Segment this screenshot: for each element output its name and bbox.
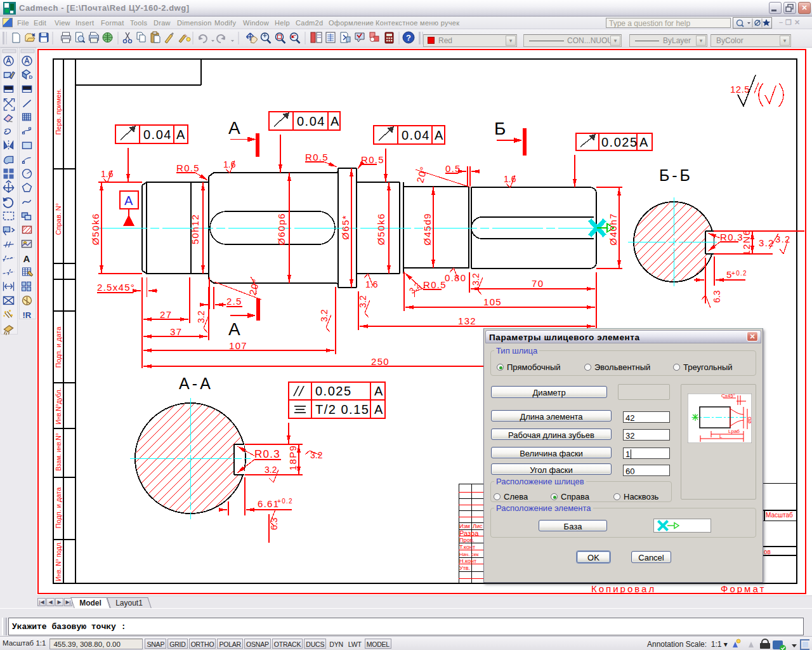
svg-text:1.6: 1.6 [504,174,516,184]
svg-text:Формат: Формат [721,583,766,594]
svg-text:3.2: 3.2 [407,281,422,295]
svg-text:0.025: 0.025 [315,384,352,398]
svg-text:12.5: 12.5 [730,84,750,95]
svg-text:A-A: A-A [179,375,211,392]
svg-text:Ø40h7: Ø40h7 [608,213,619,246]
svg-text:D: D [29,74,33,80]
svg-text:Масштаб: Масштаб [766,512,793,519]
svg-text:Инв.N°дубл.: Инв.N°дубл. [55,388,62,425]
svg-text:Разра: Разра [459,529,479,537]
svg-text:Ø45d9: Ø45d9 [422,213,433,246]
svg-text:A: A [124,194,133,208]
svg-text:Взам. инв.N°: Взам. инв.N° [55,433,62,471]
svg-text:0.04: 0.04 [143,128,172,142]
svg-text:37: 37 [170,326,182,337]
svg-text:!R: !R [23,310,32,320]
svg-text:6.3: 6.3 [712,290,722,303]
svg-text:250: 250 [371,356,390,367]
svg-text:0.04: 0.04 [297,114,325,128]
svg-text:1.6: 1.6 [223,159,236,169]
svg-text:105: 105 [483,296,502,307]
svg-text:R0.5: R0.5 [361,154,384,165]
svg-text:3.2: 3.2 [471,273,481,286]
svg-text:R0.5: R0.5 [423,279,447,290]
svg-text:A: A [228,118,240,138]
svg-text:A: A [374,384,384,398]
svg-text:70: 70 [532,278,544,289]
svg-text:Пров.: Пров. [459,537,475,543]
svg-text:R0.5: R0.5 [305,152,329,162]
svg-text:A: A [228,319,240,339]
svg-text:A: A [176,128,186,142]
svg-text:R0.5: R0.5 [176,162,200,173]
svg-text:R0.3: R0.3 [720,232,743,242]
svg-text:3.2: 3.2 [196,310,206,323]
svg-text:3.2: 3.2 [358,295,368,308]
svg-text:Утв.: Утв. [459,565,470,571]
svg-text:132: 132 [458,315,476,326]
svg-text:2.5: 2.5 [226,296,242,307]
svg-text:A: A [639,135,649,149]
svg-text:Ø65*: Ø65* [340,215,351,239]
svg-text:Подп. и дата: Подп. и дата [55,487,62,529]
svg-text:3.2: 3.2 [759,237,775,248]
svg-text:?: ? [406,33,411,43]
svg-text:A: A [435,128,444,142]
svg-text:Нач. сек: Нач. сек [459,552,479,557]
svg-text:Копировал: Копировал [591,583,656,594]
svg-text:20°: 20° [414,165,429,184]
svg-text:Ø50k6: Ø50k6 [90,213,101,246]
svg-text:Лис: Лис [473,523,483,529]
svg-text:R0.3: R0.3 [254,448,280,460]
svg-text:2.5x45°: 2.5x45° [97,282,135,293]
svg-text:Б-Б: Б-Б [659,166,690,184]
svg-text:3.2: 3.2 [319,309,329,322]
svg-text:Т.конт: Т.конт [459,544,475,550]
svg-text:+0.2: +0.2 [277,498,293,505]
svg-text:1.6: 1.6 [101,169,114,179]
svg-text:27: 27 [160,309,172,320]
svg-text:0.80: 0.80 [445,272,466,283]
svg-text:20°: 20° [247,277,261,296]
svg-text:50h12: 50h12 [190,214,200,244]
svg-text:A: A [374,402,384,416]
svg-text:T/2 0.15: T/2 0.15 [315,402,369,416]
svg-text:6.3: 6.3 [269,517,279,530]
svg-text:A: A [23,253,30,264]
svg-text:Изм: Изм [459,523,470,529]
svg-text:L: L [719,434,723,439]
svg-text:107: 107 [229,340,247,351]
svg-text:+0.2: +0.2 [731,270,747,277]
svg-text:Подп. и дата: Подп. и дата [55,326,62,368]
svg-text:Ø60p6: Ø60p6 [276,213,287,246]
svg-text:1.6: 1.6 [365,279,378,289]
svg-text:0.025: 0.025 [601,135,638,149]
svg-text:Lраб: Lраб [728,428,740,434]
svg-text:6.61: 6.61 [258,498,279,509]
svg-text:Cx45°: Cx45° [721,394,735,399]
svg-text:0.04: 0.04 [402,128,430,142]
svg-text:Инв. N° подл.: Инв. N° подл. [55,541,62,581]
svg-text:3.2: 3.2 [310,450,323,460]
svg-text:A: A [331,114,340,128]
svg-text:Н.конт: Н.конт [459,558,476,564]
svg-text:Справ. N°: Справ. N° [55,203,62,235]
svg-text:12N6: 12N6 [741,229,752,255]
svg-text:ØD: ØD [747,417,752,424]
svg-text:Б: Б [494,119,506,138]
svg-text:ов: ов [764,548,771,555]
svg-text:Ø50k6: Ø50k6 [376,213,386,246]
svg-text:Перв. примен.: Перв. примен. [55,88,62,135]
svg-text:18P9: 18P9 [287,445,298,470]
svg-text:0.5: 0.5 [445,163,461,174]
svg-text:3.2: 3.2 [265,465,277,475]
